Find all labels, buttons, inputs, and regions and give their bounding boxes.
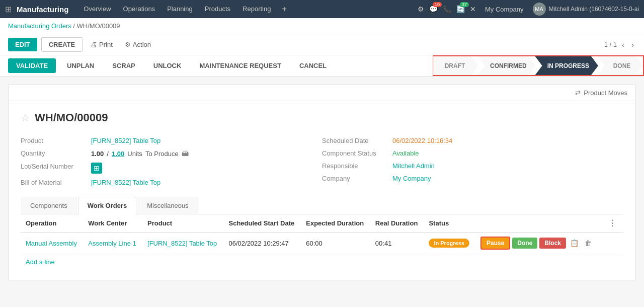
nav-add-button[interactable]: + bbox=[278, 5, 290, 14]
pause-button[interactable]: Pause bbox=[480, 237, 510, 250]
cell-product[interactable]: [FURN_8522] Table Top bbox=[142, 233, 223, 254]
bill-of-material-value[interactable]: [FURN_8522] Table Top bbox=[91, 179, 160, 186]
breadcrumb-parent[interactable]: Manufacturing Orders bbox=[8, 22, 71, 30]
component-status-label: Component Status bbox=[322, 149, 392, 157]
scheduled-date-label: Scheduled Date bbox=[322, 137, 392, 144]
cell-expected-duration: 60:00 bbox=[301, 233, 370, 254]
lot-add-icon[interactable]: ⊞ bbox=[91, 163, 102, 174]
delete-icon[interactable]: 🗑 bbox=[583, 238, 594, 248]
updates-badge: 37 bbox=[460, 2, 469, 7]
cell-operation[interactable]: Manual Assembly bbox=[21, 233, 83, 254]
cell-status: In Progress bbox=[424, 233, 475, 254]
quantity-row: 1.00 / 1.00 Units To Produce 🏔 bbox=[91, 149, 189, 158]
product-moves-bar: ⇄ Product Moves bbox=[8, 85, 636, 101]
nav-icons: ⚙ 💬 10 📞 🔄 37 ✕ My Company MA Mitchell A… bbox=[418, 3, 639, 16]
record-title-row: ☆ WH/MO/00009 bbox=[21, 111, 623, 124]
pagination-prev[interactable]: ‹ bbox=[620, 40, 626, 49]
tab-miscellaneous[interactable]: Miscellaneous bbox=[137, 197, 198, 214]
scrap-button[interactable]: SCRAP bbox=[105, 58, 142, 73]
cancel-button[interactable]: CANCEL bbox=[292, 58, 334, 73]
scheduled-date-field: Scheduled Date 06/02/2022 10:16:34 bbox=[322, 134, 623, 147]
close-icon[interactable]: ✕ bbox=[470, 5, 476, 13]
add-line-button[interactable]: Add a line bbox=[21, 254, 60, 270]
component-status-value: Available bbox=[392, 149, 419, 157]
product-label: Product bbox=[21, 137, 91, 144]
nav-reporting[interactable]: Reporting bbox=[237, 0, 276, 18]
pipeline-confirmed[interactable]: CONFIRMED bbox=[478, 56, 536, 75]
grid-icon[interactable]: ⊞ bbox=[5, 5, 12, 14]
unplan-button[interactable]: UNPLAN bbox=[60, 58, 101, 73]
company-value[interactable]: My Company bbox=[392, 175, 431, 182]
content-area: ⇄ Product Moves ☆ WH/MO/00009 Product [F… bbox=[0, 76, 644, 288]
breadcrumb: Manufacturing Orders / WH/MO/00009 bbox=[0, 18, 644, 34]
breadcrumb-current: WH/MO/00009 bbox=[77, 22, 120, 30]
company-name: My Company bbox=[485, 6, 524, 13]
cell-more bbox=[601, 233, 623, 254]
user-info[interactable]: MA Mitchell Admin (16074602-15-0-ai bbox=[533, 3, 639, 16]
col-real-duration: Real Duration bbox=[370, 214, 424, 233]
responsible-label: Responsible bbox=[322, 162, 392, 170]
quantity-slash: / bbox=[107, 150, 109, 158]
scheduled-date-value[interactable]: 06/02/2022 10:16:34 bbox=[392, 137, 452, 144]
print-link[interactable]: 🖨 Print bbox=[87, 41, 117, 48]
action-bar: VALIDATE UNPLAN SCRAP UNLOCK MAINTENANCE… bbox=[0, 55, 644, 76]
print-icon: 🖨 bbox=[91, 41, 97, 48]
pipeline-done[interactable]: DONE bbox=[598, 56, 643, 75]
gear-icon: ⚙ bbox=[125, 41, 131, 48]
done-button[interactable]: Done bbox=[512, 238, 537, 249]
block-button[interactable]: Block bbox=[539, 238, 566, 249]
nav-products[interactable]: Products bbox=[200, 0, 235, 18]
col-more: ⋮ bbox=[601, 214, 623, 233]
table-row: Manual Assembly Assembly Line 1 [FURN_85… bbox=[21, 233, 623, 254]
create-button[interactable]: CREATE bbox=[41, 37, 83, 52]
more-options-icon[interactable]: ⋮ bbox=[606, 219, 618, 227]
nav-operations[interactable]: Operations bbox=[118, 0, 160, 18]
add-line-row: Add a line bbox=[21, 254, 623, 270]
nav-overview[interactable]: Overview bbox=[78, 0, 116, 18]
pipeline-in-progress[interactable]: IN PROGRESS bbox=[535, 56, 598, 75]
quantity-target[interactable]: 1.00 bbox=[112, 150, 124, 158]
phone-icon[interactable]: 📞 bbox=[443, 5, 451, 13]
tab-components[interactable]: Components bbox=[21, 197, 77, 214]
edit-button[interactable]: EDIT bbox=[8, 38, 37, 51]
quantity-current: 1.00 bbox=[91, 150, 104, 158]
col-product: Product bbox=[142, 214, 223, 233]
record-title: WH/MO/00009 bbox=[35, 111, 108, 124]
col-actions bbox=[475, 214, 601, 233]
pipeline-draft[interactable]: DRAFT bbox=[433, 56, 478, 75]
left-fields: Product [FURN_8522] Table Top Quantity 1… bbox=[21, 134, 322, 189]
company-label: Company bbox=[322, 175, 392, 182]
pagination-next[interactable]: › bbox=[629, 40, 636, 49]
unlock-button[interactable]: UNLOCK bbox=[146, 58, 189, 73]
chart-icon[interactable]: 🏔 bbox=[182, 149, 189, 158]
pagination: 1 / 1 ‹ › bbox=[604, 40, 636, 49]
table-header-row: Operation Work Center Product Scheduled … bbox=[21, 214, 623, 233]
product-moves-link[interactable]: ⇄ Product Moves bbox=[575, 89, 627, 97]
action-link[interactable]: ⚙ Action bbox=[121, 41, 155, 48]
cell-work-center[interactable]: Assembly Line 1 bbox=[83, 233, 142, 254]
tabs-nav: Components Work Orders Miscellaneous bbox=[21, 197, 623, 214]
tablet-view-icon[interactable]: 📋 bbox=[568, 238, 581, 248]
cell-real-duration: 00:41 bbox=[370, 233, 424, 254]
star-icon[interactable]: ☆ bbox=[21, 112, 30, 124]
app-name: Manufacturing bbox=[17, 5, 68, 14]
quantity-label: Quantity bbox=[21, 149, 91, 157]
toolbar: EDIT CREATE 🖨 Print ⚙ Action 1 / 1 ‹ › bbox=[0, 34, 644, 55]
maintenance-request-button[interactable]: MAINTENANCE REQUEST bbox=[192, 58, 288, 73]
col-operation: Operation bbox=[21, 214, 83, 233]
col-work-center: Work Center bbox=[83, 214, 142, 233]
responsible-value[interactable]: Mitchell Admin bbox=[392, 162, 435, 170]
cell-row-actions: Pause Done Block 📋 🗑 bbox=[475, 233, 601, 254]
bill-of-material-label: Bill of Material bbox=[21, 179, 91, 186]
col-expected-duration: Expected Duration bbox=[301, 214, 370, 233]
product-value[interactable]: [FURN_8522] Table Top bbox=[91, 137, 160, 144]
component-status-field: Component Status Available bbox=[322, 147, 623, 160]
updates-icon-container[interactable]: 🔄 37 bbox=[456, 5, 465, 13]
messages-icon-container[interactable]: 💬 10 bbox=[429, 5, 438, 13]
tab-work-orders[interactable]: Work Orders bbox=[78, 197, 137, 214]
quantity-field: Quantity 1.00 / 1.00 Units To Produce 🏔 bbox=[21, 147, 322, 160]
validate-button[interactable]: VALIDATE bbox=[8, 58, 56, 73]
settings-icon[interactable]: ⚙ bbox=[418, 5, 424, 13]
nav-planning[interactable]: Planning bbox=[162, 0, 198, 18]
col-scheduled-start: Scheduled Start Date bbox=[223, 214, 301, 233]
